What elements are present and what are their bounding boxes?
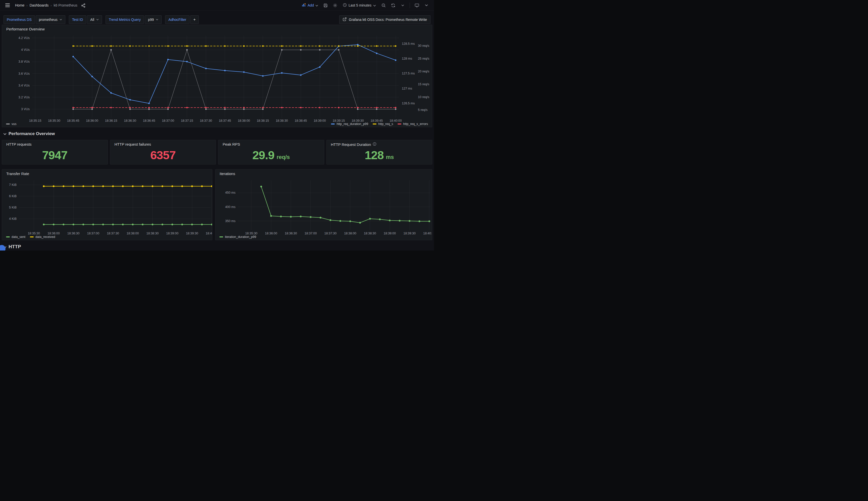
variable-test-id: Test ID All xyxy=(69,15,102,24)
timeseries-chart[interactable]: 18:35:3018:36:0018:36:3018:37:0018:37:30… xyxy=(2,170,212,235)
svg-text:18:38:30: 18:38:30 xyxy=(146,232,159,235)
svg-text:18:36:45: 18:36:45 xyxy=(143,119,155,122)
legend-item-http_req_duration_p99[interactable]: http_req_duration_p99 xyxy=(331,122,368,126)
chevron-down-icon xyxy=(96,19,99,20)
variable-value-dropdown[interactable]: All xyxy=(87,15,102,24)
time-range-label: Last 5 minutes xyxy=(349,3,371,7)
svg-text:20 req/s: 20 req/s xyxy=(418,70,429,73)
breadcrumb-separator: › xyxy=(26,3,28,7)
timeseries-chart[interactable]: 18:35:3018:36:0018:36:3018:37:0018:37:30… xyxy=(215,170,432,235)
svg-text:18:38:00: 18:38:00 xyxy=(127,232,139,235)
adhoc-filter-add-button[interactable]: + xyxy=(190,15,199,24)
panel-performance-overview: Performance Overview 18:35:1518:35:3018:… xyxy=(2,25,432,127)
grafana-dashboard: Home › Dashboards › k6 Prometheus xyxy=(0,0,434,250)
tv-mode-button[interactable] xyxy=(414,1,420,9)
variable-value: p99 xyxy=(148,18,154,22)
menu-button[interactable] xyxy=(4,1,11,9)
chevron-down-icon xyxy=(156,19,158,20)
stat-number: 6357 xyxy=(150,148,176,162)
svg-text:18:35:15: 18:35:15 xyxy=(29,119,42,122)
section-title: HTTP xyxy=(9,244,21,249)
zoom-out-icon xyxy=(382,3,386,8)
variable-value: prometheus xyxy=(39,18,57,22)
docs-link-label: Grafana k6 OSS Docs: Prometheus Remote W… xyxy=(349,18,427,22)
share-icon xyxy=(81,3,86,8)
adhoc-filter: AdhocFilter + xyxy=(165,15,199,24)
time-range-picker[interactable]: Last 5 minutes xyxy=(341,3,377,8)
svg-text:18:40:00: 18:40:00 xyxy=(206,232,212,235)
chevron-down-icon xyxy=(425,4,428,6)
legend-item-data_sent[interactable]: data_sent xyxy=(6,235,25,239)
breadcrumb-dashboards[interactable]: Dashboards xyxy=(30,3,49,7)
svg-text:18:37:15: 18:37:15 xyxy=(181,119,193,122)
toolbar-overflow-button[interactable] xyxy=(423,1,430,9)
chart-legend: vus http_req_duration_p99http_req_shttp_… xyxy=(6,122,428,126)
refresh-button[interactable] xyxy=(389,1,397,9)
add-visualization-icon xyxy=(302,3,306,8)
svg-text:18:37:00: 18:37:00 xyxy=(305,232,317,235)
share-button[interactable] xyxy=(80,1,87,9)
variable-value-dropdown[interactable]: prometheus xyxy=(36,15,65,24)
svg-text:18:40:00: 18:40:00 xyxy=(423,232,432,235)
stat-value: 128 ms xyxy=(327,146,432,164)
svg-text:18:36:00: 18:36:00 xyxy=(265,232,277,235)
svg-text:400 ms: 400 ms xyxy=(225,205,235,209)
svg-text:3 VUs: 3 VUs xyxy=(21,107,30,111)
dashboard-settings-button[interactable] xyxy=(332,1,339,9)
svg-text:3.6 VUs: 3.6 VUs xyxy=(19,72,30,75)
refresh-icon xyxy=(391,3,395,8)
save-dashboard-button[interactable] xyxy=(322,1,329,9)
docs-link-button[interactable]: Grafana k6 OSS Docs: Prometheus Remote W… xyxy=(339,15,430,24)
svg-text:18:40:00: 18:40:00 xyxy=(389,119,402,122)
svg-text:18:35:30: 18:35:30 xyxy=(48,119,60,122)
svg-text:18:36:15: 18:36:15 xyxy=(105,119,117,122)
svg-text:18:39:00: 18:39:00 xyxy=(384,232,396,235)
svg-text:18:38:00: 18:38:00 xyxy=(344,232,356,235)
charts-row: Transfer Rate 18:35:3018:36:0018:36:3018… xyxy=(2,169,432,240)
breadcrumb-current: k6 Prometheus xyxy=(54,3,77,7)
refresh-interval-dropdown[interactable] xyxy=(399,1,406,9)
legend-swatch xyxy=(6,236,10,237)
dashboard-body: Performance Overview 18:35:1518:35:3018:… xyxy=(2,25,432,250)
svg-text:15 req/s: 15 req/s xyxy=(418,83,429,86)
svg-text:18:35:30: 18:35:30 xyxy=(245,232,257,235)
stat-number: 29.9 xyxy=(252,148,274,162)
stat-unit: req/s xyxy=(277,154,290,160)
legend-swatch xyxy=(6,124,10,125)
svg-text:18:35:45: 18:35:45 xyxy=(67,119,79,122)
svg-text:18:36:30: 18:36:30 xyxy=(285,232,297,235)
legend-item-http_req_s_errors[interactable]: http_req_s_errors xyxy=(397,122,428,126)
svg-text:18:39:30: 18:39:30 xyxy=(403,232,416,235)
breadcrumb: Home › Dashboards › k6 Prometheus xyxy=(15,3,77,7)
svg-text:18:37:30: 18:37:30 xyxy=(200,119,212,122)
chart-legend: iteration_duration_p99 xyxy=(219,235,428,239)
svg-text:18:36:30: 18:36:30 xyxy=(67,232,80,235)
add-panel-button[interactable]: Add xyxy=(300,3,320,8)
svg-text:18:36:00: 18:36:00 xyxy=(47,232,60,235)
panel-http-requests: HTTP requests 7947 xyxy=(2,140,108,164)
adhoc-filter-label: AdhocFilter xyxy=(165,15,189,24)
variable-value-dropdown[interactable]: p99 xyxy=(145,15,162,24)
svg-text:128 ms: 128 ms xyxy=(402,57,412,60)
stat-number: 7947 xyxy=(42,148,67,162)
section-http[interactable]: HTTP xyxy=(3,244,432,250)
variable-label: Prometheus DS xyxy=(3,15,35,24)
variable-trend-metrics-query: Trend Metrics Query p99 xyxy=(106,15,162,24)
svg-text:18:36:00: 18:36:00 xyxy=(86,119,98,122)
svg-text:18:39:00: 18:39:00 xyxy=(166,232,178,235)
legend-swatch xyxy=(397,124,401,125)
legend-item-iteration_duration_p99[interactable]: iteration_duration_p99 xyxy=(219,235,256,239)
section-performance-overview[interactable]: Performance Overview xyxy=(3,131,432,137)
svg-text:127.5 ms: 127.5 ms xyxy=(402,72,415,75)
legend-item-vus[interactable]: vus xyxy=(6,122,17,126)
timeseries-chart[interactable]: 18:35:1518:35:3018:35:4518:36:0018:36:15… xyxy=(2,25,432,124)
top-nav: Home › Dashboards › k6 Prometheus xyxy=(0,0,434,11)
legend-item-data_received[interactable]: data_received xyxy=(30,235,55,239)
zoom-out-button[interactable] xyxy=(380,1,387,9)
svg-text:5 req/s: 5 req/s xyxy=(418,108,427,112)
svg-text:18:39:15: 18:39:15 xyxy=(333,119,345,122)
legend-item-http_req_s[interactable]: http_req_s xyxy=(373,122,393,126)
breadcrumb-home[interactable]: Home xyxy=(15,3,24,7)
svg-text:18:37:45: 18:37:45 xyxy=(219,119,231,122)
clock-icon xyxy=(343,3,347,8)
